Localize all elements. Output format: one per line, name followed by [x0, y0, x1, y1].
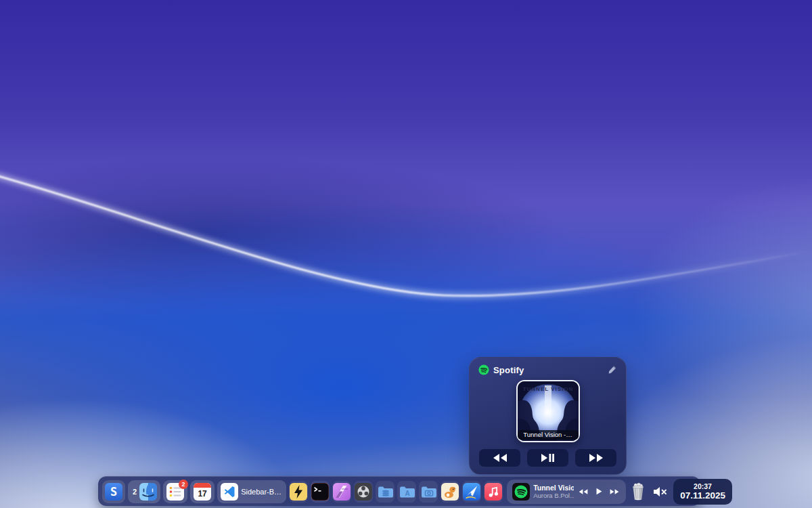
dock-item-spark-mail[interactable]: [462, 481, 481, 503]
dock-item-apple-music[interactable]: [484, 481, 503, 503]
vscode-glyph: [223, 485, 236, 499]
trash-icon: [630, 482, 646, 501]
now-playing-artist: Aurora B.Pol…: [533, 492, 574, 499]
dock-previous-button[interactable]: [577, 485, 589, 499]
spotify-logo-icon: [478, 364, 489, 375]
finder-window-count: 2: [131, 488, 137, 496]
desktop: Spotify: [0, 0, 812, 508]
skip-back-icon: [493, 453, 508, 463]
trash-button[interactable]: [629, 480, 648, 503]
now-playing-title: Tunnel Vision: [533, 484, 574, 492]
lightning-icon: [290, 483, 307, 501]
dial-circle-icon: [355, 483, 372, 501]
play-pause-icon: [541, 453, 555, 463]
album-art[interactable]: TUNNEL VISION Tunnel Vision -…: [516, 380, 580, 442]
folder-a-icon: A: [398, 483, 415, 501]
calendar-red-band: [194, 483, 211, 488]
wallpaper: [0, 0, 812, 508]
spotify-widget-header: Spotify: [470, 358, 626, 378]
finder-icon: [139, 483, 157, 501]
track-caption: Tunnel Vision -…: [518, 430, 579, 440]
play-icon: [595, 488, 603, 495]
dock-item-folder-applications[interactable]: A: [397, 481, 416, 503]
reminders-icon: 2: [166, 483, 184, 501]
dock-group-vscode[interactable]: Sidebar-Bri…: [217, 480, 286, 503]
dock-item-terminal[interactable]: [311, 481, 330, 503]
edit-pencil-icon[interactable]: [607, 365, 617, 375]
vscode-window-title: Sidebar-Bri…: [241, 488, 283, 496]
start-menu-button[interactable]: S: [102, 480, 125, 503]
spotify-app-icon: [512, 483, 530, 501]
dock-item-folder-media[interactable]: [419, 481, 438, 503]
volume-button[interactable]: [650, 480, 671, 503]
dock-group-reminders[interactable]: 2: [163, 480, 187, 503]
clock[interactable]: 20:37 07.11.2025: [673, 479, 732, 505]
widget-media-controls: [479, 449, 616, 467]
calendar-icon: 17: [194, 483, 211, 501]
dock-item-lightning-app[interactable]: [289, 481, 308, 503]
previous-icon: [579, 488, 588, 495]
wallpaper-wave-line: [0, 0, 812, 508]
dock-item-affinity-photo[interactable]: [332, 481, 351, 503]
music-note-icon: [484, 483, 502, 501]
folder-camera-icon: [420, 483, 437, 501]
aperture-icon: [333, 483, 351, 501]
skip-forward-icon: [589, 453, 604, 463]
folder-stack-icon: [376, 483, 394, 501]
dock-group-finder[interactable]: 2: [128, 480, 160, 503]
next-button[interactable]: [575, 449, 616, 467]
dock: S 2: [98, 476, 700, 506]
vscode-icon: [221, 483, 238, 501]
spotify-widget[interactable]: Spotify: [469, 357, 627, 475]
widget-title: Spotify: [493, 365, 524, 375]
ubar-s-icon: S: [105, 483, 122, 501]
dock-next-button[interactable]: [608, 485, 621, 499]
dock-item-folder-stacks[interactable]: [376, 481, 394, 503]
dock-item-obs-studio[interactable]: [354, 481, 373, 503]
previous-button[interactable]: [479, 449, 520, 467]
calendar-day: 17: [194, 488, 211, 501]
dock-now-playing[interactable]: Tunnel Vision Aurora B.Pol…: [507, 480, 626, 504]
paper-plane-icon: [463, 483, 480, 501]
terminal-icon: [311, 483, 329, 501]
reminders-badge: 2: [179, 480, 188, 489]
clock-date: 07.11.2025: [680, 490, 725, 501]
artwork-title-text: TUNNEL VISION: [522, 386, 573, 392]
dock-play-button[interactable]: [593, 485, 605, 499]
clock-time: 20:37: [694, 482, 712, 490]
dog-icon: [441, 483, 459, 501]
next-icon: [610, 488, 619, 495]
volume-muted-icon: [652, 486, 669, 498]
play-pause-button[interactable]: [527, 449, 568, 467]
now-playing-text: Tunnel Vision Aurora B.Pol…: [533, 484, 574, 499]
dock-item-dog-app[interactable]: [441, 481, 459, 503]
svg-text:A: A: [405, 490, 410, 497]
dock-group-calendar[interactable]: 17: [190, 480, 215, 503]
